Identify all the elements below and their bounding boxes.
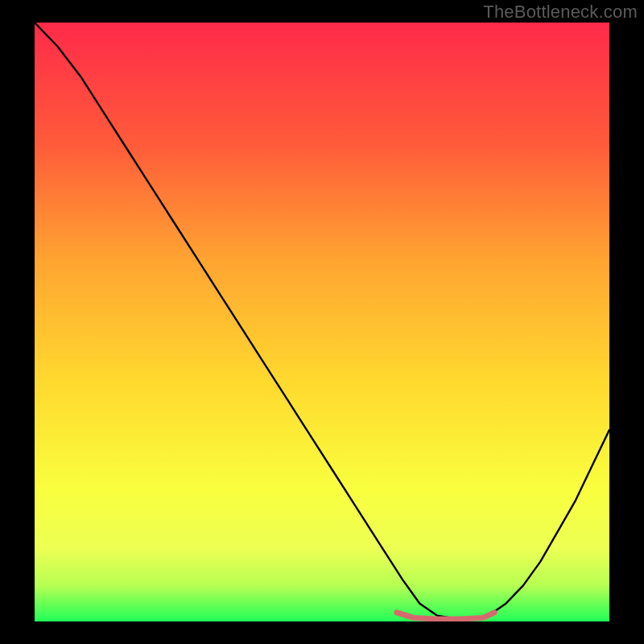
watermark-text: TheBottleneck.com — [483, 2, 638, 23]
chart-frame: TheBottleneck.com — [0, 0, 644, 644]
chart-svg — [35, 23, 609, 621]
gradient-background — [35, 23, 609, 621]
plot-area — [35, 23, 609, 621]
